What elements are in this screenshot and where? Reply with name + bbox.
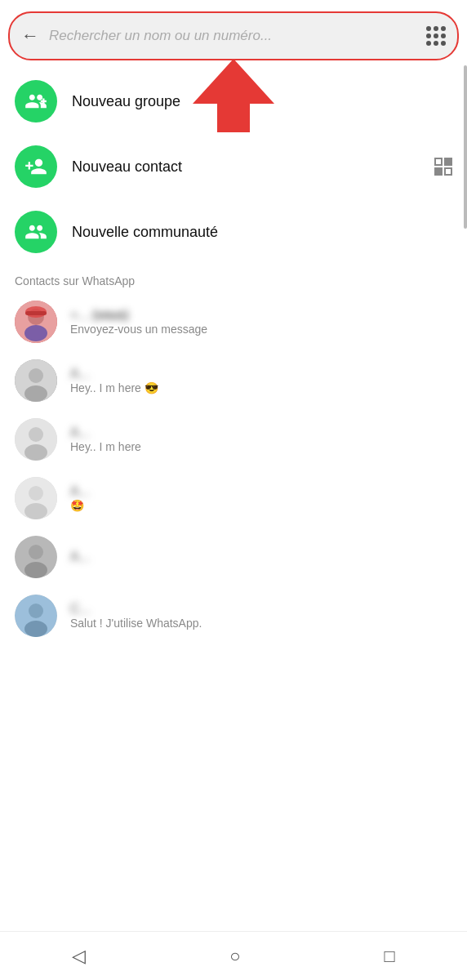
new-group-icon <box>15 80 57 122</box>
search-bar[interactable]: ← Rechercher un nom ou un numéro... <box>8 11 459 60</box>
avatar-img <box>15 301 57 343</box>
dot <box>441 33 446 38</box>
dot <box>441 26 446 31</box>
svg-marker-0 <box>193 59 274 132</box>
contact-name: C... <box>70 602 202 617</box>
avatar <box>15 301 57 343</box>
svg-point-17 <box>15 477 57 519</box>
search-input[interactable]: Rechercher un nom ou un numéro... <box>49 28 426 44</box>
contact-status: 🤩 <box>70 499 90 512</box>
contact-name: A... <box>70 484 90 499</box>
avatar-img <box>15 536 57 578</box>
contact-status: Hey.. I m here 😎 <box>70 381 158 394</box>
nav-home-button[interactable]: ○ <box>229 946 240 967</box>
svg-point-9 <box>15 359 57 402</box>
svg-point-3 <box>24 325 47 341</box>
svg-point-13 <box>15 418 57 461</box>
contact-status: Hey.. I m here <box>70 440 141 453</box>
contact-list: Nouveau groupe Nouveau contact <box>0 69 467 645</box>
dot <box>441 41 446 46</box>
avatar-img <box>15 477 57 519</box>
dot <box>426 41 431 46</box>
new-contact-item[interactable]: Nouveau contact <box>0 134 467 199</box>
avatar <box>15 477 57 519</box>
svg-point-25 <box>15 595 57 637</box>
person-add-svg <box>24 155 47 178</box>
contact-item[interactable]: A... Hey.. I m here <box>0 410 467 469</box>
new-community-item[interactable]: Nouvelle communauté <box>0 199 467 265</box>
svg-rect-5 <box>25 311 47 315</box>
contact-info: C... Salut ! J'utilise WhatsApp. <box>70 602 202 630</box>
new-community-label: Nouvelle communauté <box>72 224 218 241</box>
red-arrow-indicator <box>193 59 274 136</box>
dot <box>434 26 438 31</box>
contact-name: A... <box>70 367 158 381</box>
contact-status: Salut ! J'utilise WhatsApp. <box>70 617 202 630</box>
contact-item[interactable]: +... (vous) Envoyez-vous un message <box>0 292 467 351</box>
back-button[interactable]: ← <box>21 25 39 47</box>
contact-info: A... Hey.. I m here 😎 <box>70 367 158 394</box>
dot <box>426 33 431 38</box>
avatar-img <box>15 418 57 461</box>
group-add-svg <box>24 90 47 113</box>
contact-info: +... (vous) Envoyez-vous un message <box>70 308 207 336</box>
qr-icon[interactable] <box>434 158 452 176</box>
contact-name: A... <box>70 550 90 564</box>
new-group-label: Nouveau groupe <box>72 93 180 110</box>
avatar-img <box>15 359 57 402</box>
contact-info: A... <box>70 550 90 564</box>
contact-name: A... <box>70 425 141 440</box>
dot <box>426 26 431 31</box>
nav-bar: ◁ ○ □ <box>0 931 467 980</box>
new-community-icon <box>15 211 57 253</box>
nav-recent-button[interactable]: □ <box>385 946 395 967</box>
contact-item[interactable]: A... <box>0 528 467 586</box>
svg-point-21 <box>15 536 57 578</box>
avatar-img <box>15 595 57 637</box>
community-svg <box>24 220 47 243</box>
new-contact-label: Nouveau contact <box>72 158 182 176</box>
contact-item[interactable]: A... Hey.. I m here 😎 <box>0 351 467 410</box>
avatar <box>15 418 57 461</box>
contact-item[interactable]: C... Salut ! J'utilise WhatsApp. <box>0 586 467 645</box>
avatar <box>15 359 57 402</box>
contact-item[interactable]: A... 🤩 <box>0 469 467 528</box>
avatar <box>15 536 57 578</box>
dot <box>434 33 438 38</box>
nav-back-button[interactable]: ◁ <box>72 946 86 967</box>
section-header: Contacts sur WhatsApp <box>0 265 467 292</box>
dot <box>434 41 438 46</box>
contact-status: Envoyez-vous un message <box>70 323 207 336</box>
contact-name: +... (vous) <box>70 308 207 323</box>
grid-dots-icon[interactable] <box>426 26 446 46</box>
avatar <box>15 595 57 637</box>
new-contact-icon <box>15 145 57 188</box>
contact-info: A... 🤩 <box>70 484 90 512</box>
contact-info: A... Hey.. I m here <box>70 425 141 453</box>
